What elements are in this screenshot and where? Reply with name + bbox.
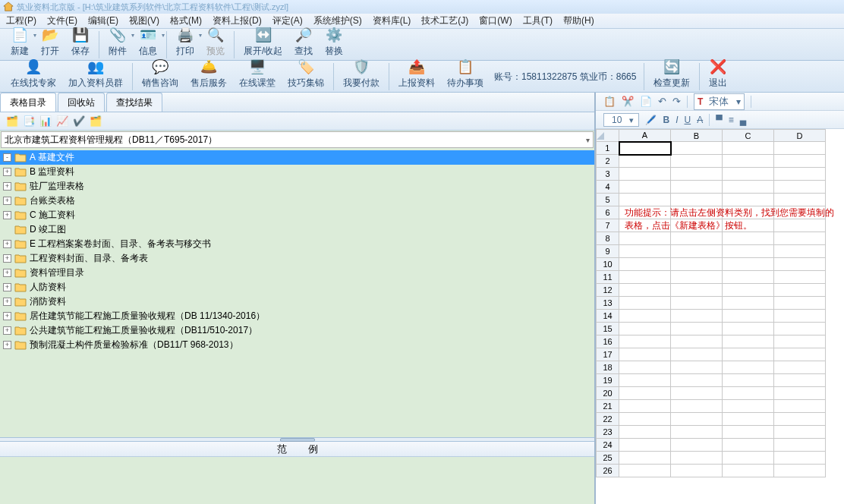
- cell[interactable]: [723, 374, 774, 387]
- strike-icon[interactable]: A: [697, 115, 703, 125]
- tree-row[interactable]: +B 监理资料: [0, 165, 594, 179]
- path-bar[interactable]: 北京市建筑工程资料管理规程（DB11／T695-2017） ▾: [1, 131, 594, 148]
- cell[interactable]: [774, 439, 826, 452]
- row-header[interactable]: 7: [597, 219, 619, 232]
- cell[interactable]: [671, 245, 723, 258]
- cell[interactable]: [723, 142, 774, 155]
- cell[interactable]: [723, 258, 774, 271]
- cell[interactable]: [723, 155, 774, 168]
- row-header[interactable]: 17: [597, 348, 619, 361]
- cell[interactable]: [723, 245, 774, 258]
- menu-item[interactable]: 技术工艺(J): [421, 14, 468, 27]
- expand-toggle[interactable]: +: [3, 283, 11, 291]
- cell[interactable]: [774, 194, 826, 206]
- cell[interactable]: [723, 387, 774, 400]
- cell[interactable]: [774, 297, 826, 310]
- row-header[interactable]: 13: [597, 297, 619, 310]
- cell[interactable]: [671, 297, 723, 310]
- cell[interactable]: [671, 142, 723, 155]
- row-header[interactable]: 24: [597, 439, 619, 452]
- cell[interactable]: [671, 284, 723, 297]
- cell[interactable]: [774, 361, 826, 374]
- cell[interactable]: [723, 348, 774, 361]
- cell[interactable]: [671, 155, 723, 168]
- expand-toggle[interactable]: +: [3, 326, 11, 335]
- cell[interactable]: [619, 439, 671, 452]
- menu-item[interactable]: 资料库(L): [373, 14, 411, 27]
- cell[interactable]: [774, 374, 826, 387]
- expand-toggle[interactable]: +: [3, 312, 11, 320]
- cell[interactable]: [723, 335, 774, 348]
- cell[interactable]: [774, 348, 826, 361]
- cell[interactable]: [619, 155, 671, 168]
- cell[interactable]: [774, 284, 826, 297]
- cell[interactable]: [671, 452, 723, 465]
- cell[interactable]: [774, 142, 826, 155]
- cell[interactable]: [619, 232, 671, 245]
- tab-0[interactable]: 表格目录: [0, 93, 56, 112]
- cell[interactable]: [619, 400, 671, 413]
- tree-tool-icon[interactable]: 📈: [55, 115, 70, 128]
- cell[interactable]: [723, 297, 774, 310]
- cell[interactable]: [619, 348, 671, 361]
- cell[interactable]: [671, 310, 723, 323]
- cell[interactable]: [774, 387, 826, 400]
- tree-row[interactable]: +驻厂监理表格: [0, 179, 594, 194]
- tab-2[interactable]: 查找结果: [106, 93, 162, 112]
- tree-tool-icon[interactable]: 🗂️: [5, 115, 20, 128]
- expand-toggle[interactable]: +: [3, 269, 11, 277]
- cell[interactable]: [619, 258, 671, 271]
- cell[interactable]: [723, 194, 774, 206]
- menu-item[interactable]: 窗口(W): [479, 14, 512, 27]
- cell[interactable]: [723, 284, 774, 297]
- cell[interactable]: [671, 232, 723, 245]
- cell[interactable]: [723, 439, 774, 452]
- cell[interactable]: [723, 232, 774, 245]
- spreadsheet-grid[interactable]: ABCD123456789101112131415161718192021222…: [596, 129, 844, 504]
- tree-row[interactable]: +预制混凝土构件质量检验标准（DB11/T 968-2013）: [0, 338, 594, 352]
- expand-toggle[interactable]: -: [3, 153, 11, 162]
- save-button[interactable]: 💾保存: [70, 24, 91, 60]
- cell[interactable]: [671, 258, 723, 271]
- dropdown-arrow-icon[interactable]: ▾: [586, 136, 590, 144]
- row-header[interactable]: 22: [597, 413, 619, 426]
- cell[interactable]: [723, 465, 774, 477]
- tree-row[interactable]: +公共建筑节能工程施工质量验收规程（DB11/510-2017）: [0, 323, 594, 338]
- cell[interactable]: [619, 271, 671, 284]
- bold-icon[interactable]: B: [663, 115, 669, 125]
- col-header[interactable]: D: [774, 130, 826, 142]
- row-header[interactable]: 5: [597, 194, 619, 206]
- find-button[interactable]: 🔎查找: [293, 24, 314, 60]
- row-header[interactable]: 6: [597, 206, 619, 219]
- undo-icon[interactable]: ↶: [658, 96, 666, 107]
- italic-icon[interactable]: I: [676, 115, 678, 125]
- upload-button[interactable]: 📤上报资料: [397, 56, 436, 92]
- col-header[interactable]: A: [619, 130, 671, 142]
- tree-row[interactable]: -A 基建文件: [0, 150, 594, 165]
- row-header[interactable]: 2: [597, 155, 619, 168]
- cell[interactable]: [723, 426, 774, 439]
- cell[interactable]: [671, 168, 723, 181]
- row-header[interactable]: 20: [597, 387, 619, 400]
- row-header[interactable]: 8: [597, 232, 619, 245]
- cell[interactable]: [723, 400, 774, 413]
- cell[interactable]: [619, 181, 671, 194]
- col-header[interactable]: C: [723, 130, 774, 142]
- exit-button[interactable]: ❌退出: [707, 56, 729, 92]
- cell[interactable]: [619, 323, 671, 335]
- tree-tool-icon[interactable]: ✔️: [71, 115, 87, 128]
- cell[interactable]: [619, 374, 671, 387]
- expand-toggle[interactable]: +: [3, 168, 11, 176]
- row-header[interactable]: 25: [597, 452, 619, 465]
- cell[interactable]: [671, 348, 723, 361]
- cell[interactable]: [619, 310, 671, 323]
- cell[interactable]: [774, 168, 826, 181]
- cell[interactable]: [671, 374, 723, 387]
- cell[interactable]: [671, 439, 723, 452]
- tips-button[interactable]: 🏷️技巧集锦: [286, 56, 326, 92]
- cell[interactable]: [671, 426, 723, 439]
- cell[interactable]: [774, 426, 826, 439]
- font-size-selector[interactable]: 10 ▾: [603, 113, 639, 127]
- row-header[interactable]: 18: [597, 361, 619, 374]
- cell[interactable]: [619, 335, 671, 348]
